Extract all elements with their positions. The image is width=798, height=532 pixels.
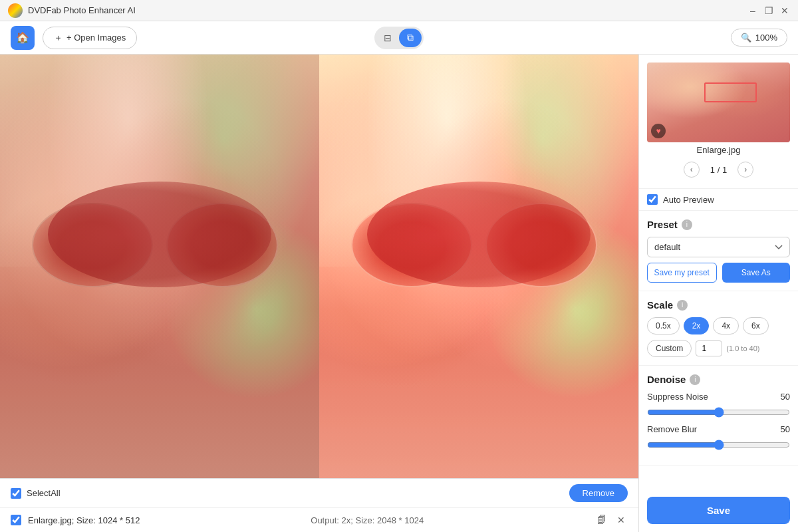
- view-split-button[interactable]: ⊟: [376, 29, 399, 47]
- file-name: Enlarge.jpg; Size: 1024 * 512: [28, 515, 140, 525]
- preset-info-icon[interactable]: i: [682, 219, 692, 230]
- suppress-noise-value: 50: [770, 392, 790, 402]
- file-actions: 🗐 ✕: [595, 513, 628, 527]
- scale-05x-button[interactable]: 0.5x: [647, 317, 680, 334]
- next-image-button[interactable]: ›: [737, 162, 753, 178]
- denoise-section-header: Denoise i: [647, 374, 790, 385]
- preset-title: Preset: [647, 219, 678, 230]
- preset-section: Preset i default custom1 custom2 Save my…: [639, 211, 798, 291]
- open-images-label: + Open Images: [66, 33, 126, 43]
- zoom-value: 100%: [755, 33, 777, 43]
- scale-buttons: 0.5x 2x 4x 6x: [647, 317, 790, 334]
- image-enhanced: [319, 55, 638, 478]
- enhanced-image: [319, 55, 638, 478]
- remove-blur-value: 50: [770, 424, 790, 434]
- auto-preview-row: Auto Preview: [639, 189, 798, 211]
- scale-4x-button[interactable]: 4x: [713, 317, 739, 334]
- window-controls: – ❐ ✕: [747, 5, 790, 16]
- original-image: [0, 55, 319, 478]
- image-viewport: [0, 55, 638, 478]
- remove-blur-row: Remove Blur 50: [647, 424, 790, 434]
- scale-title: Scale: [647, 299, 673, 311]
- custom-scale-input[interactable]: [696, 340, 722, 356]
- select-all-label[interactable]: SelectAll: [11, 488, 61, 499]
- main-content: SelectAll Remove Enlarge.jpg; Size: 1024…: [0, 55, 798, 532]
- app-title: DVDFab Photo Enhancer AI: [28, 5, 790, 15]
- denoise-section: Denoise i Suppress Noise 50 Remove Blur …: [639, 366, 798, 466]
- home-button[interactable]: 🏠: [11, 26, 35, 50]
- suppress-noise-row: Suppress Noise 50: [647, 392, 790, 402]
- auto-preview-checkbox[interactable]: [647, 194, 658, 205]
- copy-file-button[interactable]: 🗐: [595, 513, 609, 527]
- toolbar: 🏠 ＋ + Open Images ⊟ ⧉ 🔍 100%: [0, 21, 798, 55]
- minimize-button[interactable]: –: [747, 5, 758, 16]
- save-as-button[interactable]: Save As: [722, 263, 791, 283]
- custom-scale-button[interactable]: Custom: [647, 340, 692, 357]
- thumbnail-filename: Enlarge.jpg: [647, 142, 790, 156]
- image-count: 1 / 1: [710, 165, 727, 175]
- image-original: [0, 55, 319, 478]
- denoise-title: Denoise: [647, 374, 686, 385]
- file-output: Output: 2x; Size: 2048 * 1024: [146, 515, 588, 525]
- image-panel: SelectAll Remove Enlarge.jpg; Size: 1024…: [0, 55, 638, 532]
- hair-highlight-enhanced: [319, 55, 638, 267]
- thumbnail-image: ♥: [647, 63, 790, 142]
- suppress-noise-slider[interactable]: [647, 407, 790, 418]
- custom-scale-row: Custom (1.0 to 40): [647, 340, 790, 357]
- preset-buttons: Save my preset Save As: [647, 263, 790, 283]
- save-my-preset-button[interactable]: Save my preset: [647, 263, 717, 283]
- zoom-control: 🔍 100%: [731, 29, 787, 47]
- scale-2x-button[interactable]: 2x: [684, 317, 710, 334]
- view-toggle: ⊟ ⧉: [374, 27, 424, 49]
- auto-preview-label: Auto Preview: [663, 195, 714, 205]
- scale-6x-button[interactable]: 6x: [743, 317, 769, 334]
- save-button[interactable]: Save: [647, 497, 790, 524]
- prev-image-button[interactable]: ‹: [684, 162, 700, 178]
- suppress-noise-label: Suppress Noise: [647, 392, 770, 402]
- remove-blur-label: Remove Blur: [647, 424, 770, 434]
- preset-dropdown[interactable]: default custom1 custom2: [647, 237, 790, 257]
- select-all-checkbox[interactable]: [11, 488, 21, 499]
- remove-blur-slider[interactable]: [647, 440, 790, 450]
- file-list-area: SelectAll Remove Enlarge.jpg; Size: 1024…: [0, 478, 638, 532]
- scale-section-header: Scale i: [647, 299, 790, 311]
- select-all-text: SelectAll: [27, 488, 61, 498]
- scale-section: Scale i 0.5x 2x 4x 6x Custom (1.0 to 40): [639, 291, 798, 366]
- save-section: Save: [639, 489, 798, 532]
- preset-section-header: Preset i: [647, 219, 790, 230]
- sunglasses-right: [166, 203, 278, 287]
- thumbnail-area: ♥ Enlarge.jpg ‹ 1 / 1 ›: [639, 55, 798, 189]
- thumbnail-nav: ‹ 1 / 1 ›: [647, 156, 790, 180]
- delete-file-button[interactable]: ✕: [614, 513, 628, 527]
- sunglasses-right-enhanced: [485, 203, 597, 287]
- scale-info-icon[interactable]: i: [677, 300, 688, 311]
- right-panel: ♥ Enlarge.jpg ‹ 1 / 1 › Auto Preview Pre…: [638, 55, 798, 532]
- title-bar: DVDFab Photo Enhancer AI – ❐ ✕: [0, 0, 798, 21]
- face-icon: ♥: [651, 124, 666, 138]
- plus-icon: ＋: [54, 32, 63, 44]
- view-compare-button[interactable]: ⧉: [399, 29, 422, 47]
- zoom-icon: 🔍: [741, 33, 751, 43]
- denoise-info-icon[interactable]: i: [690, 374, 700, 385]
- file-checkbox-label[interactable]: [11, 515, 21, 525]
- close-button[interactable]: ✕: [779, 5, 790, 16]
- file-item: Enlarge.jpg; Size: 1024 * 512 Output: 2x…: [0, 508, 638, 532]
- hair-highlight: [0, 55, 319, 267]
- select-all-bar: SelectAll Remove: [0, 479, 638, 508]
- app-logo: [8, 3, 23, 18]
- remove-button[interactable]: Remove: [569, 484, 628, 502]
- file-checkbox[interactable]: [11, 515, 21, 525]
- maximize-button[interactable]: ❐: [763, 5, 774, 16]
- open-images-button[interactable]: ＋ + Open Images: [43, 27, 137, 49]
- custom-scale-range: (1.0 to 40): [726, 344, 759, 352]
